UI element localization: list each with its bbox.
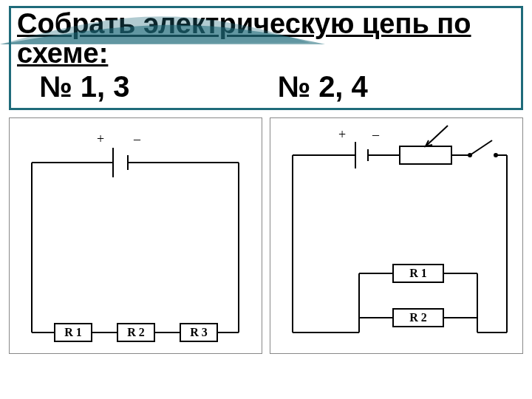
label-left: № 1, 3 xyxy=(39,70,129,103)
resistor-r1: R 1 xyxy=(54,323,92,342)
svg-line-18 xyxy=(470,140,492,155)
battery-minus-icon: – xyxy=(134,132,140,147)
resistor-r2: R 2 xyxy=(392,308,444,327)
battery-minus-icon: – xyxy=(372,127,379,143)
svg-rect-14 xyxy=(400,146,451,164)
circuit-series-panel: + – R 1 R 2 R 3 xyxy=(9,117,262,354)
battery-plus-icon: + xyxy=(338,127,346,143)
subtitle-row: № 1, 3 № 2, 4 xyxy=(17,69,515,103)
svg-line-15 xyxy=(426,126,448,146)
title-box: Собрать электрическую цепь по схеме: № 1… xyxy=(9,6,523,110)
label-right: № 2, 4 xyxy=(277,70,367,103)
resistor-r1: R 1 xyxy=(392,264,444,283)
circuit-series-svg xyxy=(10,118,261,355)
page-title: Собрать электрическую цепь по схеме: xyxy=(17,10,515,69)
resistor-r3: R 3 xyxy=(180,323,218,342)
circuit-parallel-panel: + – R 1 R 2 xyxy=(270,117,523,354)
battery-plus-icon: + xyxy=(97,132,104,147)
diagrams-row: + – R 1 R 2 R 3 xyxy=(0,115,532,354)
resistor-r2: R 2 xyxy=(117,323,155,342)
